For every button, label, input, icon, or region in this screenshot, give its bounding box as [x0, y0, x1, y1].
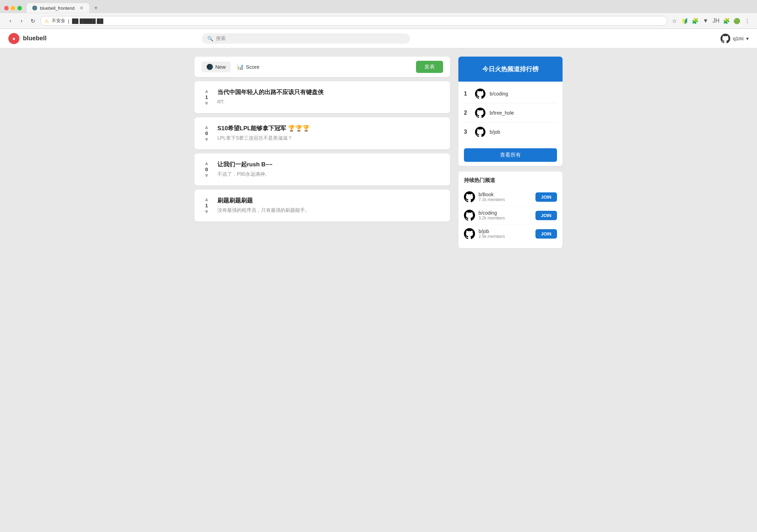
browser-nav-icons: ☆ 🔰 🧩 ▼ JH 🧩 🟢 ⋮ [670, 17, 751, 25]
view-all-button[interactable]: 查看所有 [464, 148, 557, 162]
post-card: ▲ 1 ▼ 当代中国年轻人的出路不应该只有键盘侠 RT. [194, 81, 450, 113]
sort-tab-new[interactable]: 🌑 New [201, 61, 231, 72]
channel-github-icon [475, 127, 485, 137]
tab-close-button[interactable]: ✕ [80, 5, 84, 11]
active-tab[interactable]: 🌐 bluebell_frontend ✕ [27, 3, 89, 13]
trending-channel-info: b/Book 7.1k members [479, 192, 532, 202]
post-title[interactable]: S10希望LPL能够拿下冠军 🏆🏆🏆 [217, 124, 443, 132]
post-content: 当代中国年轻人的出路不应该只有键盘侠 RT. [217, 88, 443, 106]
back-button[interactable]: ‹ [6, 16, 15, 26]
sort-tab-score[interactable]: 📊 Score [232, 61, 264, 72]
vote-column: ▲ 1 ▼ [201, 88, 212, 106]
security-label: 不安全 [52, 18, 65, 24]
join-button[interactable]: JOIN [535, 229, 557, 239]
upvote-button[interactable]: ▲ [204, 197, 209, 202]
hot-channels-list: 1 b/coding 2 b/tree_hole 3 [458, 82, 563, 144]
channel-github-icon [475, 89, 485, 99]
hot-channel-item[interactable]: 1 b/coding [464, 84, 557, 103]
join-button[interactable]: JOIN [535, 192, 557, 202]
post-desc: 不说了，P90永远滴神。 [217, 171, 443, 177]
hot-rank: 2 [464, 110, 471, 116]
close-window-button[interactable] [4, 6, 9, 10]
hot-channels-card: 今日火热频道排行榜 1 b/coding 2 b/tree_hole [458, 57, 563, 166]
trending-channel-info: b/job 2.5k members [479, 228, 532, 239]
join-button[interactable]: JOIN [535, 211, 557, 220]
user-dropdown-icon[interactable]: ▾ [746, 36, 749, 41]
hot-rank: 3 [464, 129, 471, 135]
url-display: ██ █████.██ [72, 18, 103, 24]
sort-tabs: 🌑 New 📊 Score [201, 61, 264, 72]
hot-channel-item[interactable]: 2 b/tree_hole [464, 103, 557, 123]
hot-channel-name: b/coding [490, 91, 508, 97]
user-menu[interactable]: q1mi ▾ [721, 34, 749, 43]
main-layout: 🌑 New 📊 Score 发表 ▲ 1 ▼ 当代中国年轻人的出路不应该只有键盘… [188, 57, 569, 248]
trending-channel-info: b/coding 3.2k members [479, 210, 532, 221]
search-icon: 🔍 [207, 36, 213, 41]
hot-channels-header: 今日火热频道排行榜 [458, 57, 563, 82]
trending-channel-members: 7.1k members [479, 197, 532, 202]
post-desc: RT. [217, 99, 443, 105]
publish-button[interactable]: 发表 [416, 61, 443, 73]
trending-channel-name: b/Book [479, 192, 532, 197]
downvote-button[interactable]: ▼ [204, 137, 209, 142]
vote-column: ▲ 0 ▼ [201, 124, 212, 142]
post-content: 让我们一起rush B~~ 不说了，P90永远滴神。 [217, 160, 443, 178]
post-card: ▲ 0 ▼ S10希望LPL能够拿下冠军 🏆🏆🏆 LPL拿下S赛三连冠岂不是美滋… [194, 117, 450, 149]
app-header: ● bluebell 🔍 搜索 q1mi ▾ [0, 29, 757, 48]
post-title[interactable]: 让我们一起rush B~~ [217, 160, 443, 168]
left-column: 🌑 New 📊 Score 发表 ▲ 1 ▼ 当代中国年轻人的出路不应该只有键盘… [194, 57, 450, 248]
minimize-window-button[interactable] [11, 6, 15, 10]
post-desc: 没有最强的程序员，只有最强的刷题能手。 [217, 207, 443, 214]
downvote-button[interactable]: ▼ [204, 101, 209, 106]
upvote-button[interactable]: ▲ [204, 124, 209, 130]
new-tab-icon: 🌑 [206, 64, 213, 70]
trending-channel-name: b/job [479, 228, 532, 234]
vote-count: 1 [205, 203, 208, 208]
upvote-button[interactable]: ▲ [204, 88, 209, 94]
vote-column: ▲ 0 ▼ [201, 160, 212, 178]
tab-favicon: 🌐 [32, 6, 37, 10]
vote-count: 1 [205, 94, 208, 100]
app-logo[interactable]: ● bluebell [8, 33, 47, 44]
search-bar[interactable]: 🔍 搜索 [202, 33, 410, 44]
browser-chrome: 🌐 bluebell_frontend ✕ + ‹ › ↻ ⚠ 不安全 | ██… [0, 0, 757, 29]
score-tab-label: Score [246, 64, 259, 70]
post-title[interactable]: 当代中国年轻人的出路不应该只有键盘侠 [217, 88, 443, 96]
forward-button[interactable]: › [17, 16, 26, 26]
post-card: ▲ 1 ▼ 刷题刷题刷题 没有最强的程序员，只有最强的刷题能手。 [194, 190, 450, 222]
extension-icon-5[interactable]: 🧩 [722, 17, 731, 25]
nav-bar: ‹ › ↻ ⚠ 不安全 | ██ █████.██ ☆ 🔰 🧩 ▼ JH 🧩 🟢… [0, 13, 757, 28]
trending-channel-item: b/job 2.5k members JOIN [464, 225, 557, 243]
upvote-button[interactable]: ▲ [204, 160, 209, 166]
vote-count: 0 [205, 131, 208, 136]
score-tab-icon: 📊 [237, 64, 244, 70]
search-placeholder: 搜索 [216, 35, 226, 42]
tab-bar: 🌐 bluebell_frontend ✕ + [0, 0, 757, 13]
security-warning-icon: ⚠ [45, 18, 49, 24]
new-tab-label: New [215, 64, 226, 70]
trending-channels-card: 持续热门频道 b/Book 7.1k members JOIN b/coding… [458, 172, 563, 248]
post-card: ▲ 0 ▼ 让我们一起rush B~~ 不说了，P90永远滴神。 [194, 153, 450, 185]
trending-channel-item: b/Book 7.1k members JOIN [464, 188, 557, 206]
trending-channel-members: 3.2k members [479, 216, 532, 221]
extension-icon-4[interactable]: JH [712, 17, 720, 25]
hot-rank: 1 [464, 91, 471, 97]
post-content: S10希望LPL能够拿下冠军 🏆🏆🏆 LPL拿下S赛三连冠岂不是美滋滋？ [217, 124, 443, 142]
extension-icon-1[interactable]: 🔰 [681, 17, 689, 25]
extension-icon-3[interactable]: ▼ [701, 17, 710, 25]
trending-channel-members: 2.5k members [479, 234, 532, 239]
new-tab-button[interactable]: + [91, 3, 101, 13]
post-title[interactable]: 刷题刷题刷题 [217, 197, 443, 205]
reload-button[interactable]: ↻ [28, 16, 38, 26]
logo-text: bluebell [23, 35, 47, 42]
bookmark-star-icon[interactable]: ☆ [670, 17, 679, 25]
menu-icon[interactable]: ⋮ [743, 17, 751, 25]
post-desc: LPL拿下S赛三连冠岂不是美滋滋？ [217, 135, 443, 141]
hot-channel-item[interactable]: 3 b/job [464, 123, 557, 141]
downvote-button[interactable]: ▼ [204, 173, 209, 178]
extension-icon-2[interactable]: 🧩 [691, 17, 699, 25]
extension-icon-6[interactable]: 🟢 [733, 17, 741, 25]
maximize-window-button[interactable] [17, 6, 22, 10]
downvote-button[interactable]: ▼ [204, 209, 209, 215]
address-bar[interactable]: ⚠ 不安全 | ██ █████.██ [40, 16, 667, 26]
